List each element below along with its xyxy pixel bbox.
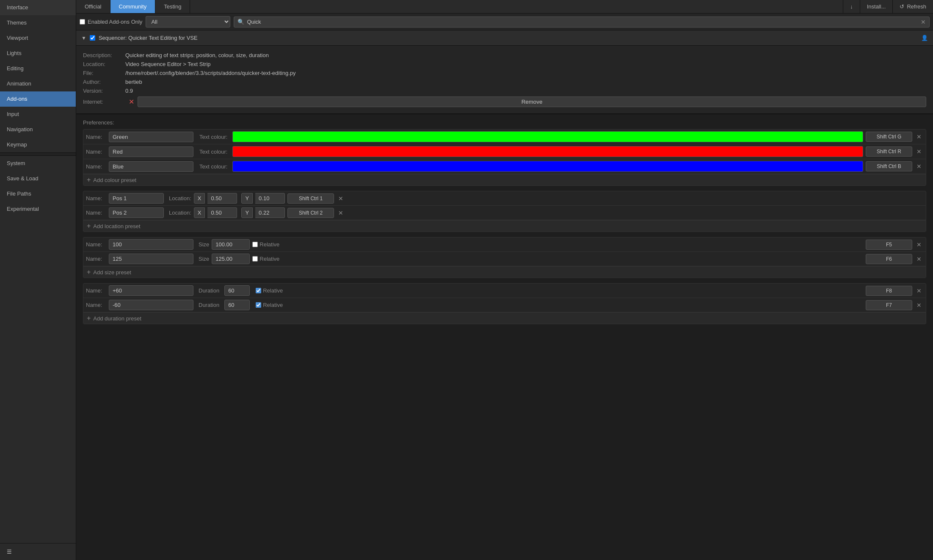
preferences-section: Preferences: Name: Text colour: Shift Ct… <box>76 114 933 324</box>
x-value-input-1[interactable] <box>207 193 237 204</box>
size-value-input-125[interactable] <box>212 254 250 264</box>
tab-testing[interactable]: Testing <box>155 0 190 13</box>
delete-size100[interactable]: ✕ <box>915 240 923 249</box>
relative-checkbox-125[interactable] <box>252 256 258 262</box>
shortcut-dur-minus60[interactable]: F7 <box>866 300 912 310</box>
delete-size125[interactable]: ✕ <box>915 255 923 263</box>
location-preset-2: Name: Location: X Y Shift Ctrl 2 ✕ <box>83 206 926 220</box>
colour-name-input-green[interactable] <box>109 132 193 142</box>
duration-value-minus60[interactable] <box>224 300 250 310</box>
add-location-preset-button[interactable]: + Add location preset <box>83 220 926 232</box>
relative-check-plus60[interactable]: Relative <box>256 287 283 294</box>
sidebar-item-save-load[interactable]: Save & Load <box>0 171 76 186</box>
size-name-input-100[interactable] <box>109 239 193 250</box>
detail-author: Author: bertieb <box>83 77 926 86</box>
shortcut-dur-plus60[interactable]: F8 <box>866 286 912 296</box>
install-button[interactable]: Install... <box>860 0 893 13</box>
addon-details: Description: Quicker editing of text str… <box>76 46 933 114</box>
name-label-blue: Name: <box>86 163 106 170</box>
delete-red[interactable]: ✕ <box>915 147 923 156</box>
download-button[interactable]: ↓ <box>843 0 860 13</box>
shortcut-size100[interactable]: F5 <box>866 240 912 250</box>
duration-name-input-plus60[interactable] <box>109 285 193 296</box>
addon-expand-button[interactable]: ▼ <box>81 35 86 41</box>
delete-pos1[interactable]: ✕ <box>337 194 345 203</box>
relative-check-minus60[interactable]: Relative <box>256 302 283 308</box>
duration-name-input-minus60[interactable] <box>109 300 193 310</box>
sidebar-item-label: Editing <box>7 65 24 72</box>
sidebar-item-editing[interactable]: Editing <box>0 61 76 76</box>
size-name-input-125[interactable] <box>109 254 193 264</box>
clear-search-button[interactable]: ✕ <box>921 19 926 25</box>
add-size-preset-button[interactable]: + Add size preset <box>83 266 926 278</box>
delete-dur-plus60[interactable]: ✕ <box>915 287 923 295</box>
enabled-only-checkbox[interactable]: Enabled Add-ons Only <box>80 19 142 25</box>
loc-name-input-1[interactable] <box>109 193 164 204</box>
content-area: ▼ Sequencer: Quicker Text Editing for VS… <box>76 30 933 560</box>
size-preset-125: Name: Size Relative F6 ✕ <box>83 252 926 266</box>
sidebar-item-navigation[interactable]: Navigation <box>0 122 76 137</box>
sidebar-item-experimental[interactable]: Experimental <box>0 201 76 217</box>
shortcut-blue[interactable]: Shift Ctrl B <box>866 161 912 171</box>
x-value-input-2[interactable] <box>207 207 237 218</box>
addon-enable-checkbox[interactable] <box>90 35 95 41</box>
addon-header: ▼ Sequencer: Quicker Text Editing for VS… <box>76 30 933 46</box>
sidebar-item-system[interactable]: System <box>0 156 76 171</box>
relative-checkbox-100[interactable] <box>252 242 258 247</box>
size-value-input-100[interactable] <box>212 239 250 250</box>
internet-x-icon[interactable]: ✕ <box>129 98 134 106</box>
duration-preset-minus60: Name: Duration Relative F7 ✕ <box>83 298 926 312</box>
y-value-input-1[interactable] <box>255 193 285 204</box>
colour-swatch-red[interactable] <box>232 146 863 157</box>
shortcut-pos2[interactable]: Shift Ctrl 2 <box>287 208 334 218</box>
relative-checkbox-minus60[interactable] <box>256 302 261 308</box>
relative-check-100[interactable]: Relative <box>252 241 279 248</box>
colour-preset-green: Name: Text colour: Shift Ctrl G ✕ <box>83 130 926 144</box>
colour-preset-blue: Name: Text colour: Shift Ctrl B ✕ <box>83 159 926 174</box>
relative-check-125[interactable]: Relative <box>252 256 279 262</box>
sidebar-item-lights[interactable]: Lights <box>0 46 76 61</box>
shortcut-red[interactable]: Shift Ctrl R <box>866 146 912 157</box>
shortcut-green[interactable]: Shift Ctrl G <box>866 132 912 142</box>
main-panel: Official Community Testing ↓ Install... … <box>76 0 933 560</box>
delete-blue[interactable]: ✕ <box>915 162 923 171</box>
delete-green[interactable]: ✕ <box>915 132 923 141</box>
colour-swatch-blue[interactable] <box>232 161 863 172</box>
add-colour-preset-button[interactable]: + Add colour preset <box>83 174 926 185</box>
sidebar-item-interface[interactable]: Interface <box>0 0 76 15</box>
delete-dur-minus60[interactable]: ✕ <box>915 301 923 309</box>
sidebar-item-addons[interactable]: Add-ons <box>0 91 76 107</box>
sidebar-item-viewport[interactable]: Viewport <box>0 30 76 46</box>
sidebar-item-animation[interactable]: Animation <box>0 76 76 91</box>
sidebar-item-keymap[interactable]: Keymap <box>0 137 76 152</box>
name-label-size125: Name: <box>86 256 106 262</box>
colour-name-input-red[interactable] <box>109 146 193 157</box>
sidebar-item-file-paths[interactable]: File Paths <box>0 186 76 201</box>
search-input[interactable] <box>247 19 918 25</box>
remove-button[interactable]: Remove <box>138 97 926 107</box>
relative-checkbox-plus60[interactable] <box>256 288 261 293</box>
refresh-button[interactable]: ↺ Refresh <box>892 0 933 13</box>
sidebar-item-input[interactable]: Input <box>0 107 76 122</box>
colour-swatch-green[interactable] <box>232 131 863 142</box>
tab-official[interactable]: Official <box>76 0 110 13</box>
enabled-only-input[interactable] <box>80 19 85 25</box>
shortcut-pos1[interactable]: Shift Ctrl 1 <box>287 193 334 204</box>
add-duration-preset-button[interactable]: + Add duration preset <box>83 312 926 324</box>
name-label-green: Name: <box>86 134 106 140</box>
sidebar-menu-button[interactable]: ☰ <box>0 543 76 560</box>
loc-name-input-2[interactable] <box>109 207 164 218</box>
sidebar-item-themes[interactable]: Themes <box>0 15 76 30</box>
y-value-input-2[interactable] <box>255 207 285 218</box>
tab-community[interactable]: Community <box>110 0 156 13</box>
colour-name-input-blue[interactable] <box>109 161 193 172</box>
relative-label-100: Relative <box>259 241 279 248</box>
duration-value-plus60[interactable] <box>224 285 250 296</box>
detail-internet: Internet: ✕ Remove <box>83 95 926 108</box>
category-select[interactable]: All <box>146 16 230 28</box>
shortcut-size125[interactable]: F6 <box>866 254 912 264</box>
description-label: Description: <box>83 52 125 58</box>
name-label-size100: Name: <box>86 241 106 248</box>
name-label-pos2: Name: <box>86 210 106 216</box>
delete-pos2[interactable]: ✕ <box>337 209 345 217</box>
